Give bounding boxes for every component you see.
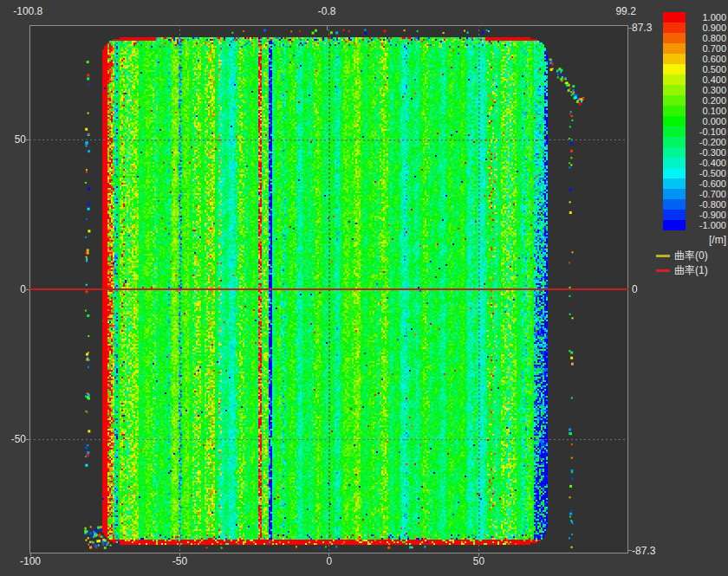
colorbar	[663, 12, 686, 230]
legend: 曲率(0)曲率(1)	[656, 249, 708, 278]
colorbar-cell	[663, 158, 686, 168]
colorbar-cell	[663, 147, 686, 158]
legend-line-swatch	[656, 269, 670, 272]
colorbar-unit-label: [/m]	[686, 234, 726, 246]
colorbar-cell	[663, 54, 686, 64]
colorbar-tick-label: 0.600	[686, 54, 726, 64]
colorbar-cell	[663, 64, 686, 74]
colorbar-tick-label: -1.000	[686, 220, 726, 230]
legend-label: 曲率(1)	[674, 263, 708, 278]
colorbar-cell	[663, 33, 686, 43]
axis-tick	[26, 289, 29, 290]
colorbar-cell	[663, 178, 686, 189]
colorbar-cell	[663, 210, 686, 220]
colorbar-cell	[663, 199, 686, 210]
colorbar-tick-label: 0.400	[686, 74, 726, 85]
gridline-y	[29, 139, 627, 140]
legend-item: 曲率(1)	[656, 263, 708, 278]
colorbar-tick-label: 0.800	[686, 33, 726, 43]
x-axis-label: -50	[172, 555, 187, 567]
legend-line-swatch	[656, 255, 670, 257]
y-axis-right-label: -87.3	[632, 545, 655, 557]
colorbar-tick-label: 0.500	[686, 64, 726, 74]
legend-label: 曲率(0)	[674, 249, 708, 263]
axis-tick	[26, 439, 29, 440]
y-axis-left-label: 0	[20, 283, 26, 295]
colorbar-cell	[663, 137, 686, 147]
x-axis-label: 0	[327, 555, 333, 567]
colorbar-tick-label: -0.400	[686, 158, 726, 168]
colorbar-cell	[663, 126, 686, 137]
top-axis-label: 99.2	[615, 5, 635, 17]
y-axis-left-label: -50	[11, 433, 26, 445]
app-window: 1.0000.9000.8000.7000.6000.5000.4000.300…	[0, 0, 728, 576]
colorbar-tick-label: 0.200	[686, 95, 726, 106]
colorbar-tick-label: 0.300	[686, 85, 726, 95]
colorbar-cell	[663, 23, 686, 33]
colorbar-tick-label: -0.600	[686, 178, 726, 189]
axis-tick	[327, 26, 328, 30]
top-axis-label: -100.8	[13, 5, 42, 17]
colorbar-cell	[663, 43, 686, 54]
colorbar-cell	[663, 95, 686, 106]
colorbar-tick-label: -0.100	[686, 126, 726, 137]
y-axis-left-label: 50	[15, 133, 26, 146]
colorbar-tick-label: -0.900	[686, 210, 726, 220]
colorbar-tick-label: -0.300	[686, 147, 726, 158]
x-axis-label: 50	[473, 555, 484, 567]
colorbar-cell	[663, 12, 686, 23]
colorbar-tick-label: -0.200	[686, 137, 726, 147]
top-axis-label: -0.8	[318, 5, 336, 17]
y-axis-right-label: 87.3	[632, 22, 652, 34]
x-axis-label: -100	[20, 555, 41, 567]
colorbar-cell	[663, 116, 686, 126]
colorbar-labels: 1.0000.9000.8000.7000.6000.5000.4000.300…	[686, 12, 726, 230]
colorbar-cell	[663, 189, 686, 199]
colorbar-tick-label: 1.000	[686, 12, 726, 23]
colorbar-cell	[663, 74, 686, 85]
curvature-zero-line	[29, 288, 628, 290]
colorbar-cell	[663, 168, 686, 178]
colorbar-cell	[663, 106, 686, 116]
colorbar-cell	[663, 85, 686, 95]
colorbar-tick-label: -0.500	[686, 168, 726, 178]
colorbar-tick-label: 0.100	[686, 106, 726, 116]
colorbar-tick-label: 0.900	[686, 23, 726, 33]
y-axis-right-label: 0	[632, 283, 638, 295]
colorbar-tick-label: -0.700	[686, 189, 726, 199]
legend-item: 曲率(0)	[656, 249, 708, 263]
axis-tick	[26, 139, 29, 140]
colorbar-tick-label: 0.700	[686, 43, 726, 54]
colorbar-cell	[663, 220, 686, 230]
colorbar-tick-label: -0.800	[686, 199, 726, 210]
colorbar-tick-label: 0.000	[686, 116, 726, 126]
gridline-y	[29, 439, 627, 440]
